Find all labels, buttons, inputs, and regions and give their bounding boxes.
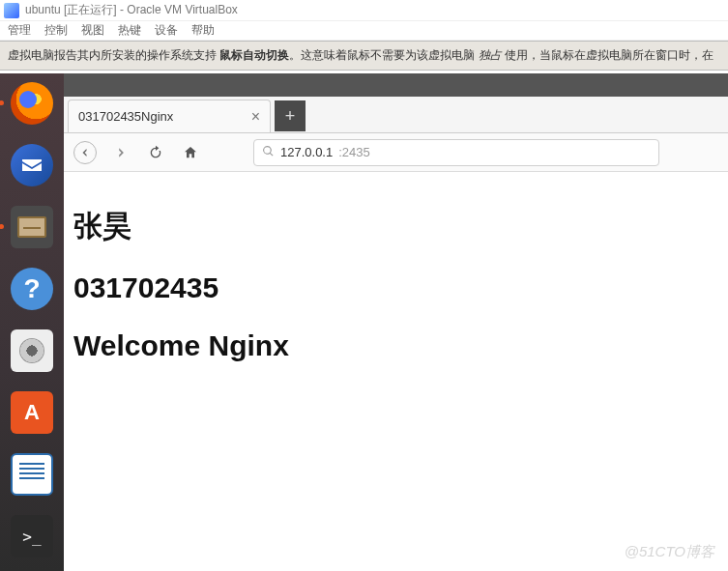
forward-button[interactable] [110, 142, 131, 163]
running-indicator-icon [0, 100, 4, 105]
terminal-icon: >_ [11, 515, 53, 557]
launcher-software[interactable]: A [8, 388, 56, 437]
launcher-help[interactable]: ? [8, 265, 56, 313]
launcher-files[interactable] [8, 203, 56, 251]
search-icon [262, 145, 275, 160]
vbox-menubar: 管理 控制 视图 热键 设备 帮助 [0, 21, 728, 41]
unity-launcher: ? A >_ [0, 73, 64, 571]
software-center-icon: A [11, 391, 53, 434]
help-icon: ? [11, 268, 53, 310]
url-bar[interactable]: 127.0.0.1:2435 [253, 139, 659, 166]
tab-close-icon[interactable]: × [251, 108, 260, 126]
launcher-terminal[interactable]: >_ [8, 512, 56, 560]
rhythmbox-icon [11, 329, 53, 372]
back-button[interactable] [73, 141, 97, 164]
files-icon [11, 206, 53, 248]
page-heading-id: 031702435 [73, 271, 718, 304]
guest-panel [64, 73, 728, 97]
vbox-titlebar: ubuntu [正在运行] - Oracle VM VirtualBox [0, 0, 728, 21]
vbox-title: ubuntu [正在运行] - Oracle VM VirtualBox [25, 2, 238, 18]
tab-title: 031702435Nginx [78, 109, 173, 124]
menu-devices[interactable]: 设备 [155, 22, 178, 39]
firefox-toolbar: 127.0.0.1:2435 [64, 133, 728, 172]
reload-button[interactable] [145, 142, 166, 163]
firefox-tabstrip: 031702435Nginx × + [64, 97, 728, 133]
plus-icon: + [285, 106, 296, 127]
launcher-rhythmbox[interactable] [8, 327, 56, 375]
infobar-italic: 独占 [479, 48, 502, 62]
arrow-right-icon [114, 146, 128, 159]
firefox-icon [11, 82, 53, 125]
menu-control[interactable]: 控制 [44, 22, 68, 39]
home-button[interactable] [180, 142, 201, 163]
menu-manage[interactable]: 管理 [8, 22, 31, 39]
menu-help[interactable]: 帮助 [191, 22, 215, 39]
menu-input[interactable]: 热键 [118, 22, 141, 39]
running-indicator-icon [0, 224, 4, 229]
launcher-writer[interactable] [8, 450, 56, 499]
libreoffice-writer-icon [11, 453, 53, 496]
launcher-firefox[interactable] [8, 79, 56, 128]
firefox-window: 031702435Nginx × + [64, 97, 728, 571]
home-icon [183, 145, 198, 160]
reload-icon [148, 145, 163, 160]
url-port: :2435 [338, 145, 370, 159]
infobar-pre: 虚拟电脑报告其内所安装的操作系统支持 [8, 48, 219, 62]
launcher-thunderbird[interactable] [8, 141, 56, 189]
infobar-post2: 使用，当鼠标在虚拟电脑所在窗口时，在 [502, 48, 713, 62]
page-heading-name: 张昊 [73, 207, 718, 246]
page-content: 张昊 031702435 Welcome Nginx [64, 172, 728, 571]
watermark: @51CTO博客 [625, 543, 714, 561]
vbox-infobar: 虚拟电脑报告其内所安装的操作系统支持 鼠标自动切换。这意味着鼠标不需要为该虚拟电… [0, 41, 728, 71]
infobar-bold: 鼠标自动切换 [219, 48, 289, 62]
arrow-left-icon [79, 147, 91, 158]
guest-desktop: ? A >_ 031702435Nginx × + [0, 73, 728, 571]
infobar-post1: 。这意味着鼠标不需要为该虚拟电脑 [289, 48, 478, 62]
menu-view[interactable]: 视图 [81, 22, 104, 39]
page-heading-welcome: Welcome Nginx [73, 329, 718, 362]
new-tab-button[interactable]: + [275, 100, 306, 131]
thunderbird-icon [11, 144, 53, 186]
url-host: 127.0.0.1 [280, 145, 333, 159]
browser-tab-active[interactable]: 031702435Nginx × [68, 100, 271, 132]
virtualbox-icon [4, 3, 19, 18]
